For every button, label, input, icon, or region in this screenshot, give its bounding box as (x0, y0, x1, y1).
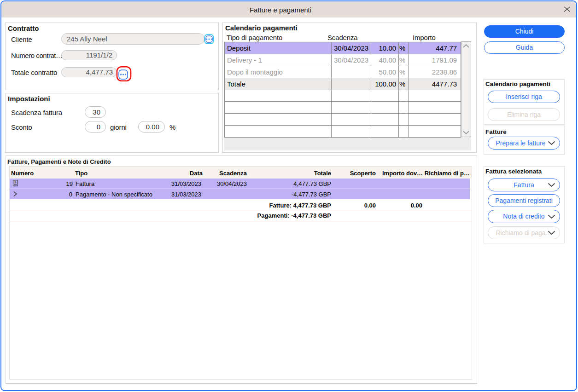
svg-text:$: $ (14, 180, 17, 184)
